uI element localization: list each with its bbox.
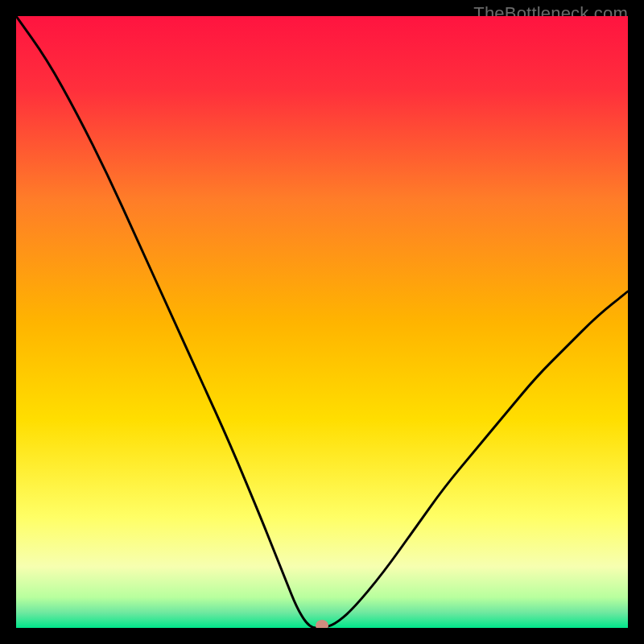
gradient-background bbox=[16, 16, 628, 628]
chart-svg bbox=[16, 16, 628, 628]
chart-frame: TheBottleneck.com bbox=[0, 0, 644, 644]
bottleneck-chart bbox=[16, 16, 628, 628]
